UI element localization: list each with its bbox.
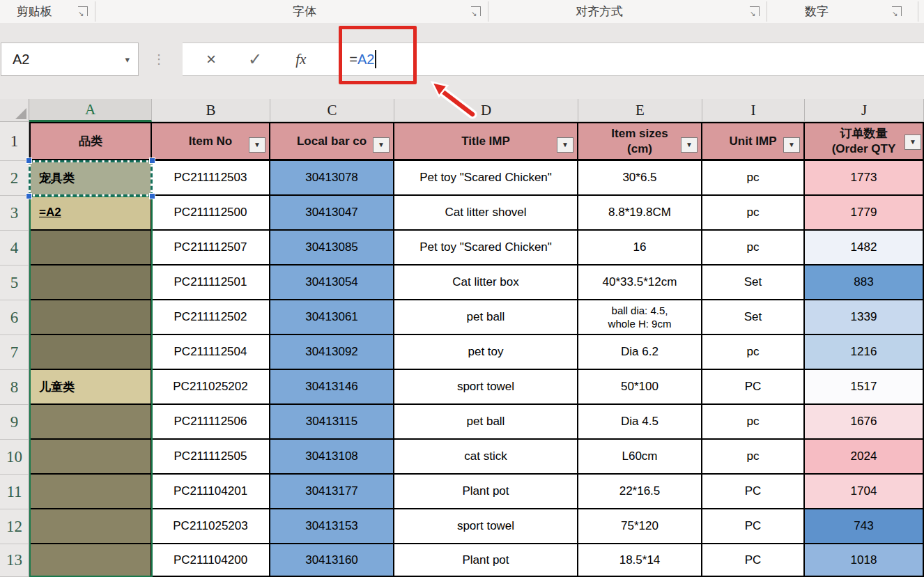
cell-D13[interactable]: Plant pot (394, 544, 578, 577)
cell-B2[interactable]: PC211112503 (152, 161, 270, 196)
formula-input[interactable]: = A2 (349, 50, 376, 68)
header-cell-local-barcode[interactable]: Local bar co ▼ (270, 122, 394, 161)
number-dialog-launcher-icon[interactable]: ↘ (892, 6, 902, 16)
filter-dropdown-button[interactable]: ▼ (783, 137, 800, 153)
cell-J3[interactable]: 1779 (805, 196, 924, 231)
cell-A3[interactable]: =A2 (29, 196, 152, 231)
cell-A2[interactable]: 宠具类 (29, 161, 152, 196)
cell-I2[interactable]: pc (702, 161, 805, 196)
header-cell-title-imp[interactable]: Title IMP ▼ (394, 122, 578, 161)
header-cell-item-no[interactable]: Item No ▼ (152, 122, 270, 161)
column-header-A[interactable]: A (29, 99, 152, 122)
cell-I4[interactable]: pc (702, 231, 805, 266)
cell-E6[interactable]: ball dia: 4.5,whole H: 9cm (578, 300, 702, 335)
row-header-12[interactable]: 12 (0, 509, 29, 544)
cell-D3[interactable]: Cat litter shovel (394, 196, 578, 231)
row-header-13[interactable]: 13 (0, 544, 29, 577)
cell-J10[interactable]: 2024 (805, 440, 924, 475)
cell-D11[interactable]: Plant pot (394, 475, 578, 509)
cell-I13[interactable]: PC (702, 544, 805, 577)
cell-C9[interactable]: 30413115 (270, 405, 394, 440)
cell-I11[interactable]: PC (702, 475, 805, 509)
cell-C11[interactable]: 30413177 (270, 475, 394, 509)
cell-E9[interactable]: Dia 4.5 (578, 405, 702, 440)
formula-input-area[interactable]: × ✓ fx = A2 (183, 43, 924, 76)
alignment-dialog-launcher-icon[interactable]: ↘ (750, 6, 760, 16)
cell-A13[interactable] (29, 544, 152, 577)
cell-I9[interactable]: pc (702, 405, 805, 440)
cell-E7[interactable]: Dia 6.2 (578, 335, 702, 370)
cell-D4[interactable]: Pet toy "Scared Chicken" (394, 231, 578, 266)
cell-I7[interactable]: pc (702, 335, 805, 370)
name-box[interactable]: A2 ▾ (1, 43, 139, 76)
cell-B6[interactable]: PC211112502 (152, 300, 270, 335)
cell-A8[interactable]: 儿童类 (29, 370, 152, 405)
cell-E5[interactable]: 40*33.5*12cm (578, 266, 702, 300)
filter-dropdown-button[interactable]: ▼ (249, 137, 265, 153)
cell-I8[interactable]: PC (702, 370, 805, 405)
cell-D12[interactable]: sport towel (394, 509, 578, 544)
cell-A7[interactable] (29, 335, 152, 370)
cell-D5[interactable]: Cat litter box (394, 266, 578, 300)
cell-C7[interactable]: 30413092 (270, 335, 394, 370)
row-header-3[interactable]: 3 (0, 196, 29, 231)
cell-J7[interactable]: 1216 (805, 335, 924, 370)
row-header-7[interactable]: 7 (0, 335, 29, 370)
filter-dropdown-button[interactable]: ▼ (681, 137, 698, 153)
row-header-11[interactable]: 11 (0, 475, 29, 509)
cell-C2[interactable]: 30413078 (270, 161, 394, 196)
cell-B9[interactable]: PC211112506 (152, 405, 270, 440)
cell-E10[interactable]: L60cm (578, 440, 702, 475)
cell-E4[interactable]: 16 (578, 231, 702, 266)
cell-I12[interactable]: PC (702, 509, 805, 544)
cell-B4[interactable]: PC211112507 (152, 231, 270, 266)
cell-B3[interactable]: PC211112500 (152, 196, 270, 231)
cell-J9[interactable]: 1676 (805, 405, 924, 440)
cell-C8[interactable]: 30413146 (270, 370, 394, 405)
cell-B7[interactable]: PC211112504 (152, 335, 270, 370)
cell-C4[interactable]: 30413085 (270, 231, 394, 266)
cell-D9[interactable]: pet ball (394, 405, 578, 440)
cell-C5[interactable]: 30413054 (270, 266, 394, 300)
font-dialog-launcher-icon[interactable]: ↘ (471, 6, 481, 16)
filter-dropdown-button[interactable]: ▼ (557, 137, 573, 153)
cell-E2[interactable]: 30*6.5 (578, 161, 702, 196)
row-header-4[interactable]: 4 (0, 231, 29, 266)
clipboard-dialog-launcher-icon[interactable]: ↘ (78, 6, 88, 16)
cell-I6[interactable]: Set (702, 300, 805, 335)
name-box-dropdown-icon[interactable]: ▾ (125, 54, 130, 65)
cell-B12[interactable]: PC211025203 (152, 509, 270, 544)
cell-E12[interactable]: 75*120 (578, 509, 702, 544)
row-header-9[interactable]: 9 (0, 405, 29, 440)
cell-C12[interactable]: 30413153 (270, 509, 394, 544)
cell-E3[interactable]: 8.8*19.8CM (578, 196, 702, 231)
cell-J5[interactable]: 883 (805, 266, 924, 300)
cell-E11[interactable]: 22*16.5 (578, 475, 702, 509)
cell-A6[interactable] (29, 300, 152, 335)
cell-B10[interactable]: PC211112505 (152, 440, 270, 475)
enter-icon[interactable]: ✓ (248, 49, 262, 69)
cell-B5[interactable]: PC211112501 (152, 266, 270, 300)
cell-A9[interactable] (29, 405, 152, 440)
select-all-button[interactable] (0, 99, 29, 122)
cell-J2[interactable]: 1773 (805, 161, 924, 196)
cell-I3[interactable]: pc (702, 196, 805, 231)
cell-J8[interactable]: 1517 (805, 370, 924, 405)
cell-J12[interactable]: 743 (805, 509, 924, 544)
column-header-C[interactable]: C (270, 99, 394, 122)
cell-C13[interactable]: 30413160 (270, 544, 394, 577)
cell-D6[interactable]: pet ball (394, 300, 578, 335)
cell-B8[interactable]: PC211025202 (152, 370, 270, 405)
row-header-10[interactable]: 10 (0, 440, 29, 475)
cell-I5[interactable]: Set (702, 266, 805, 300)
cell-A12[interactable] (29, 509, 152, 544)
cell-A10[interactable] (29, 440, 152, 475)
row-header-2[interactable]: 2 (0, 161, 29, 196)
row-header-5[interactable]: 5 (0, 266, 29, 300)
filter-dropdown-button[interactable]: ▼ (373, 137, 390, 153)
header-cell-order-qty[interactable]: 订单数量 (Order QTY ▼ (805, 122, 924, 161)
cell-I10[interactable]: pc (702, 440, 805, 475)
cell-C10[interactable]: 30413108 (270, 440, 394, 475)
cell-J4[interactable]: 1482 (805, 231, 924, 266)
cell-D10[interactable]: cat stick (394, 440, 578, 475)
